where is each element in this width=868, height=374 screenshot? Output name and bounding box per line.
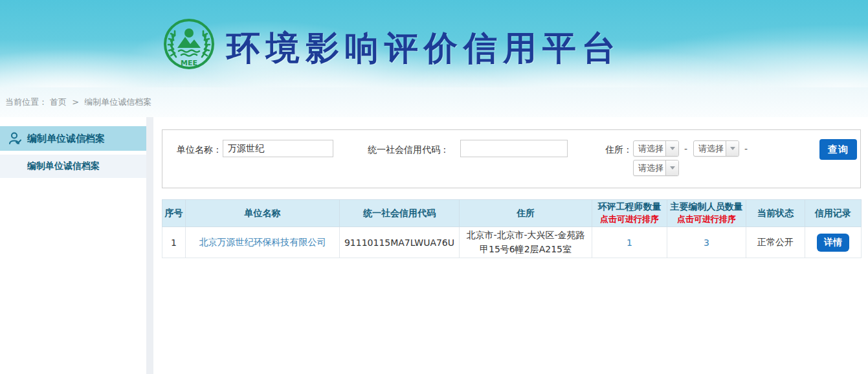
address-label: 住所： — [605, 144, 632, 156]
cell-seq: 1 — [162, 227, 186, 258]
page-title: 环境影响评价信用平台 — [227, 26, 621, 71]
credit-code-input[interactable] — [460, 140, 568, 157]
cell-credit-code: 91110115MA7LWUA76U — [340, 227, 460, 258]
sort-hint[interactable]: 点击可进行排序 — [669, 214, 744, 225]
address-dash: - — [744, 144, 748, 154]
header-staff-count-label: 主要编制人员数量 — [671, 201, 743, 212]
main-content: 单位名称： 统一社会信用代码： 住所： 请选择 - 请选择 - 请选择 查询 — [153, 117, 868, 374]
breadcrumb-home-link[interactable]: 首页 — [50, 97, 67, 107]
address-dash: - — [684, 144, 687, 154]
company-name-input[interactable] — [223, 140, 333, 157]
header-seq: 序号 — [162, 200, 186, 227]
sidebar-item-label: 编制单位诚信档案 — [27, 133, 105, 145]
header-address: 住所 — [460, 200, 592, 227]
query-button[interactable]: 查询 — [819, 139, 857, 160]
sidebar: 编制单位诚信档案 编制单位诚信档案 — [0, 117, 146, 374]
cell-status: 正常公开 — [746, 227, 805, 258]
breadcrumb-current: 编制单位诚信档案 — [84, 97, 151, 107]
province-select-value: 请选择 — [634, 141, 665, 156]
city-select-value: 请选择 — [694, 141, 726, 156]
engineer-count-link[interactable]: 1 — [627, 237, 632, 248]
header-status: 当前状态 — [746, 200, 805, 227]
sidebar-subitem-credit-archive[interactable]: 编制单位诚信档案 — [0, 155, 146, 178]
staff-count-link[interactable]: 3 — [704, 237, 709, 248]
mee-logo-text: MEE — [181, 59, 197, 67]
table-row: 1 北京万源世纪环保科技有限公司 91110115MA7LWUA76U 北京市-… — [162, 227, 862, 258]
district-select[interactable]: 请选择 — [633, 160, 679, 176]
results-table: 序号 单位名称 统一社会信用代码 住所 环评工程师数量 点击可进行排序 主要编制… — [162, 199, 862, 258]
person-check-icon — [8, 131, 22, 146]
company-link[interactable]: 北京万源世纪环保科技有限公司 — [199, 237, 326, 247]
breadcrumb-separator: > — [72, 97, 79, 107]
table-header-row: 序号 单位名称 统一社会信用代码 住所 环评工程师数量 点击可进行排序 主要编制… — [162, 200, 862, 227]
breadcrumb-prefix: 当前位置： — [5, 97, 47, 107]
header-staff-count-sortable[interactable]: 主要编制人员数量 点击可进行排序 — [667, 200, 746, 227]
sidebar-divider — [146, 117, 153, 374]
cell-address: 北京市-北京市-大兴区-金苑路甲15号6幢2层A215室 — [460, 227, 592, 258]
city-select[interactable]: 请选择 — [693, 140, 739, 157]
sidebar-subitem-label: 编制单位诚信档案 — [27, 160, 100, 172]
company-name-label: 单位名称： — [177, 144, 222, 156]
site-banner: MEE 环境影响评价信用平台 — [0, 0, 868, 87]
header-company: 单位名称 — [186, 200, 340, 227]
header-engineer-count-sortable[interactable]: 环评工程师数量 点击可进行排序 — [592, 200, 667, 227]
chevron-down-icon[interactable] — [665, 141, 678, 156]
search-panel: 单位名称： 统一社会信用代码： 住所： 请选择 - 请选择 - 请选择 查询 — [162, 129, 861, 188]
sidebar-item-credit-archive[interactable]: 编制单位诚信档案 — [0, 126, 146, 151]
header-credit-record: 信用记录 — [805, 200, 862, 227]
chevron-down-icon[interactable] — [665, 160, 678, 175]
province-select[interactable]: 请选择 — [633, 140, 679, 157]
sort-hint[interactable]: 点击可进行排序 — [594, 214, 665, 225]
chevron-down-icon[interactable] — [726, 141, 739, 156]
mee-logo-icon: MEE — [162, 17, 216, 71]
credit-code-label: 统一社会信用代码： — [368, 144, 449, 156]
header-credit-code: 统一社会信用代码 — [340, 200, 460, 227]
district-select-value: 请选择 — [634, 160, 665, 175]
detail-button[interactable]: 详情 — [817, 234, 849, 252]
breadcrumb: 当前位置：首页 > 编制单位诚信档案 — [0, 87, 868, 117]
header-engineer-count-label: 环评工程师数量 — [598, 201, 662, 212]
